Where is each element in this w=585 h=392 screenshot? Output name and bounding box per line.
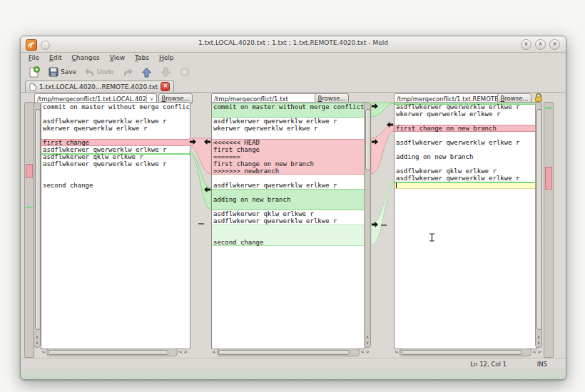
menu-item[interactable]: View — [105, 53, 130, 63]
code-line[interactable] — [41, 110, 190, 118]
code-line[interactable]: asdflwkerwer qklw erlkwe r — [41, 153, 190, 160]
scrollbar-thumb[interactable] — [365, 109, 371, 170]
code-line[interactable]: asdflwkerwer qwerwerklw erlkwe r — [395, 139, 536, 146]
code-line[interactable]: first change — [212, 146, 365, 153]
minimize-button[interactable]: ∨ — [521, 39, 531, 50]
code-line[interactable]: first change on new branch — [395, 125, 536, 132]
close-button[interactable]: × — [549, 39, 560, 50]
scroll-up-icon[interactable]: ∧ — [364, 334, 371, 339]
code-line[interactable]: asdflwkerwer qwerwerklw erlkwe r — [395, 175, 536, 182]
stop-button[interactable] — [178, 66, 192, 78]
menu-item[interactable]: Changes — [67, 53, 105, 63]
code-line[interactable]: <<<<<<< HEAD — [212, 139, 365, 146]
scroll-left-icon[interactable]: < — [360, 349, 365, 355]
code-line[interactable]: asdflwkerwer qwerwerklw erlkwe r — [41, 146, 190, 153]
scroll-down-icon[interactable]: ∨ — [535, 340, 542, 345]
up-arrow-icon — [141, 67, 152, 78]
scrollbar-thumb[interactable] — [401, 350, 522, 355]
code-line[interactable]: adding on new branch — [395, 153, 536, 160]
right-vscrollbar[interactable]: ∧ ∧ ∨ — [535, 102, 542, 348]
local-text-pane[interactable]: commit on master without merge conflicta… — [41, 102, 190, 349]
scroll-right-icon[interactable]: > — [183, 349, 188, 355]
code-line[interactable]: adding on new branch — [212, 196, 365, 203]
code-line[interactable] — [212, 132, 365, 139]
tab-merge-file[interactable]: 1.txt.LOCAL.4020...REMOTE.4020.txt × — [25, 81, 174, 92]
code-line[interactable]: commit on master without merge conflict — [41, 103, 190, 110]
next-change-button[interactable] — [158, 66, 173, 79]
code-line[interactable] — [395, 146, 536, 153]
scrollbar-thumb[interactable] — [218, 350, 350, 355]
code-line[interactable]: asdflwkerwer qwerwerklw erlkwe r — [212, 182, 365, 189]
code-line[interactable] — [395, 182, 536, 189]
scroll-left-icon[interactable]: < — [395, 349, 399, 355]
left-diff-map[interactable] — [24, 102, 34, 358]
code-line[interactable]: >>>>>>> newbranch — [212, 167, 365, 175]
code-line[interactable]: asdflwkerwer qwerwerklw erlkwe r — [212, 118, 365, 125]
code-line[interactable] — [212, 189, 365, 196]
code-line[interactable] — [212, 232, 365, 239]
scroll-left-icon[interactable]: < — [178, 349, 183, 355]
scrollbar-thumb[interactable] — [536, 109, 542, 330]
remote-text-pane[interactable]: asdflwkerwer qwerwerklw erlkwe rwkerwer … — [394, 102, 536, 349]
scroll-left-icon[interactable]: < — [41, 349, 46, 355]
code-line[interactable] — [41, 167, 190, 175]
code-line[interactable]: asdflwkerwer qwerwerklw erlkwe r — [41, 118, 190, 125]
menu-item[interactable]: Help — [154, 53, 179, 63]
previous-change-button[interactable] — [139, 66, 154, 79]
code-line[interactable]: second change — [212, 239, 365, 246]
scroll-down-icon[interactable]: ∨ — [364, 340, 371, 345]
code-line[interactable] — [212, 203, 365, 210]
menu-item[interactable]: Tabs — [130, 53, 154, 63]
left-vscrollbar[interactable]: ∧ ∧ ∨ — [34, 102, 41, 348]
scroll-down-icon[interactable]: ∨ — [34, 340, 41, 345]
code-line[interactable] — [41, 132, 190, 139]
base-text-pane[interactable]: commit on master without merge conflicta… — [211, 102, 365, 349]
titlebar[interactable]: 1.txt.LOCAL.4020.txt : 1.txt : 1.txt.REM… — [21, 36, 566, 53]
code-line[interactable] — [212, 175, 365, 182]
right-diff-map[interactable] — [544, 102, 554, 358]
code-line[interactable]: wkerwer qwerwerklw erlkwe r — [395, 110, 536, 118]
undo-icon — [85, 68, 95, 77]
code-line[interactable] — [395, 132, 536, 139]
tab-close-icon[interactable]: × — [161, 82, 170, 91]
scrollbar-thumb[interactable] — [48, 350, 168, 355]
code-line[interactable]: asdflwkerwer qwerwerklw erlkwe r — [212, 217, 365, 225]
maximize-button[interactable]: ∧ — [535, 39, 546, 50]
code-line[interactable]: ======= — [212, 153, 365, 160]
redo-button[interactable] — [121, 66, 135, 78]
code-line[interactable]: first change — [41, 139, 190, 146]
code-line[interactable] — [212, 110, 365, 118]
scroll-right-icon[interactable]: > — [537, 349, 541, 355]
scroll-right-icon[interactable]: > — [365, 349, 370, 355]
stop-icon — [180, 67, 190, 77]
new-button[interactable] — [26, 65, 42, 80]
scroll-left-icon[interactable]: < — [532, 349, 536, 355]
scroll-left-icon[interactable]: < — [212, 349, 216, 355]
middle-vscrollbar[interactable]: ∧ ∧ ∨ — [364, 102, 371, 348]
code-line[interactable]: first change on new branch — [212, 160, 365, 167]
menu-item[interactable]: Edit — [44, 53, 66, 63]
scrollbar-thumb[interactable] — [35, 109, 41, 330]
scroll-up-icon[interactable]: ∧ — [535, 334, 542, 339]
code-line[interactable]: asdflwkerwer qklw erlkwe r — [395, 167, 536, 175]
code-line[interactable]: asdflwkerwer qwerwerklw erlkwe r — [395, 103, 536, 110]
save-icon — [49, 67, 58, 77]
code-line[interactable] — [395, 160, 536, 167]
undo-button[interactable]: Undo — [83, 66, 116, 78]
code-line[interactable] — [395, 118, 536, 125]
left-hscrollbar[interactable]: < < > — [41, 348, 189, 356]
cursor-position: Ln 12, Col 1 — [470, 361, 507, 368]
code-line[interactable]: asdflwkerwer qklw erlkwe r — [212, 210, 365, 217]
middle-hscrollbar[interactable]: < < > — [211, 348, 371, 356]
code-line[interactable]: asdflwkerwer qwerwerklw erlkwe r — [41, 160, 190, 167]
right-hscrollbar[interactable]: < < > — [394, 348, 543, 356]
scroll-up-icon[interactable]: ∧ — [34, 334, 41, 339]
code-line[interactable]: second change — [41, 182, 190, 189]
code-line[interactable] — [212, 225, 365, 232]
code-line[interactable]: wkerwer qwerwerklw erlkwe r — [41, 125, 190, 132]
save-button[interactable]: Save — [46, 66, 78, 78]
menu-item[interactable]: File — [24, 53, 44, 63]
code-line[interactable]: wkerwer qwerwerklw erlkwe r — [212, 125, 365, 132]
code-line[interactable] — [41, 175, 190, 182]
code-line[interactable]: commit on master without merge conflict — [212, 103, 365, 110]
